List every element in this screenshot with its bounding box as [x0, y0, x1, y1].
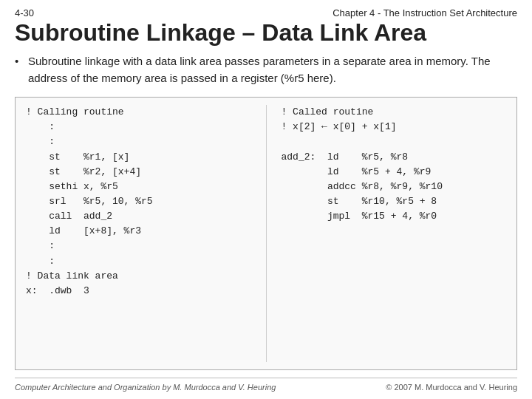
- footer-right: © 2007 M. Murdocca and V. Heuring: [386, 383, 517, 392]
- header-row: 4-30 Chapter 4 - The Instruction Set Arc…: [15, 7, 517, 18]
- slide-number: 4-30: [15, 7, 34, 18]
- footer-divider: [15, 378, 517, 378]
- slide-page: 4-30 Chapter 4 - The Instruction Set Arc…: [0, 0, 532, 399]
- code-right-text: ! Called routine ! x[2] ← x[0] + x[1] ad…: [282, 105, 507, 224]
- code-left-text: ! Calling routine : : st %r1, [x] st %r2…: [26, 105, 251, 299]
- bullet-text: Subroutine linkage with a data link area…: [15, 53, 517, 86]
- code-right: ! Called routine ! x[2] ← x[0] + x[1] ad…: [267, 105, 507, 362]
- chapter-title: Chapter 4 - The Instruction Set Architec…: [332, 7, 517, 18]
- footer-row: Computer Architecture and Organization b…: [15, 383, 517, 392]
- page-title: Subroutine Linkage – Data Link Area: [15, 20, 517, 46]
- bullet-section: Subroutine linkage with a data link area…: [15, 53, 517, 86]
- code-box: ! Calling routine : : st %r1, [x] st %r2…: [15, 97, 517, 370]
- code-left: ! Calling routine : : st %r1, [x] st %r2…: [26, 105, 267, 362]
- footer-left: Computer Architecture and Organization b…: [15, 383, 276, 392]
